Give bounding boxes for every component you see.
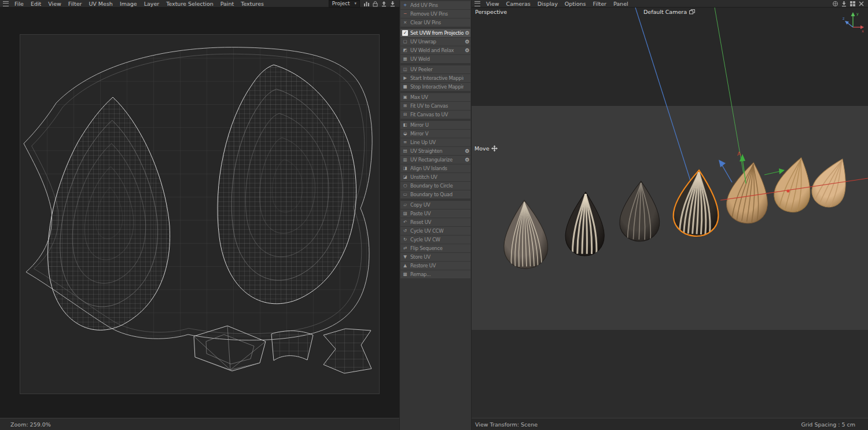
uv-command-uv-rectangularize[interactable]: ▥UV Rectangularize⚙	[400, 156, 470, 164]
gear-icon[interactable]: ⚙	[465, 157, 469, 163]
seed-4[interactable]	[672, 168, 721, 237]
grid-icon[interactable]	[849, 1, 856, 7]
uv-command-stop-interactive-mapping[interactable]: ■Stop Interactive Mapping	[400, 83, 470, 91]
uv-command-paste-uv[interactable]: ▨Paste UV	[400, 210, 470, 218]
menu-filter[interactable]: Filter	[65, 1, 86, 7]
seed-1[interactable]	[502, 200, 549, 270]
menu-uv-mesh[interactable]: UV Mesh	[85, 1, 116, 7]
lineup-icon: ≡	[402, 139, 408, 145]
uv-command-remap[interactable]: ▩Remap...	[400, 270, 470, 278]
uv-command-start-interactive-mapping[interactable]: ▶Start Interactive Mapping	[400, 74, 470, 82]
menu-textures[interactable]: Textures	[237, 1, 267, 7]
uv-command-remove-uv-pins[interactable]: −Remove UV Pins	[400, 10, 470, 18]
chevron-down-icon: ▾	[354, 1, 356, 6]
uv-command-uv-unwrap[interactable]: ▢UV Unwrap⚙	[400, 38, 470, 46]
uv-command-mirror-u[interactable]: ◧Mirror U	[400, 121, 470, 129]
uv-command-max-uv[interactable]: ▣Max UV	[400, 93, 470, 101]
vp-menu-display[interactable]: Display	[534, 1, 561, 7]
uv-command-cycle-uv-ccw[interactable]: ↺Cycle UV CCW	[400, 227, 470, 235]
reset-icon: ↶	[402, 219, 408, 225]
uv-command-uv-weld[interactable]: ▦UV Weld	[400, 55, 470, 63]
scene-canvas[interactable]: A	[472, 8, 868, 418]
uv-command-set-uvw-from-projection[interactable]: ✓Set UVW from Projection⚙	[400, 29, 470, 37]
panel-menu-icon[interactable]	[475, 1, 480, 6]
seed-3[interactable]	[619, 181, 661, 242]
panel-menu-icon[interactable]	[3, 1, 9, 6]
gear-icon[interactable]: ⚙	[465, 47, 469, 53]
histogram-icon[interactable]	[363, 1, 370, 7]
uv-command-boundary-to-circle[interactable]: ○Boundary to Circle	[400, 182, 470, 190]
vp-menu-filter[interactable]: Filter	[589, 1, 610, 7]
menu-paint[interactable]: Paint	[217, 1, 238, 7]
uv-canvas[interactable]	[0, 8, 399, 418]
uv-wireframe[interactable]	[20, 35, 379, 394]
menu-edit[interactable]: Edit	[27, 1, 45, 7]
gizmo-arrow-y2[interactable]	[779, 168, 785, 174]
uv-command-add-uv-pins[interactable]: +Add UV Pins	[400, 1, 470, 9]
viewport-statusbar: View Transform: Scene Grid Spacing : 5 c…	[472, 418, 868, 430]
orientation-gizmo[interactable]: y x z	[842, 10, 865, 33]
uv-command-uv-weld-and-relax[interactable]: ◩UV Weld and Relax⚙	[400, 46, 470, 54]
uv-command-cycle-uv-cw[interactable]: ↻Cycle UV CW	[400, 236, 470, 244]
uv-command-flip-sequence[interactable]: ⇄Flip Sequence	[400, 244, 470, 252]
uv-command-reset-uv[interactable]: ↶Reset UV	[400, 218, 470, 226]
uv-command-unstitch-uv[interactable]: ◪Unstitch UV	[400, 173, 470, 181]
uv-command-copy-uv[interactable]: ▱Copy UV	[400, 201, 470, 209]
uv-command-uv-peeler[interactable]: ◫UV Peeler	[400, 65, 470, 73]
download-icon[interactable]	[841, 1, 847, 7]
gear-icon[interactable]: ⚙	[465, 30, 469, 36]
flip-icon: ⇄	[402, 245, 408, 251]
menu-layer[interactable]: Layer	[141, 1, 163, 7]
uv-command-uv-straighten[interactable]: ▤UV Straighten⚙	[400, 147, 470, 155]
close-icon[interactable]	[858, 1, 865, 7]
checkbox-icon: ✓	[402, 30, 408, 36]
menu-file[interactable]: File	[11, 1, 27, 7]
uv-command-label: Flip Sequence	[410, 245, 464, 251]
vp-menu-panel[interactable]: Panel	[610, 1, 632, 7]
fit-canvas-icon: ⊟	[402, 112, 408, 117]
gizmo-handle-x[interactable]	[786, 189, 789, 192]
uv-command-label: Boundary to Quad	[410, 192, 464, 197]
gear-icon[interactable]: ⚙	[465, 39, 469, 45]
uv-command-fit-uv-to-canvas[interactable]: ⊞Fit UV to Canvas	[400, 102, 470, 110]
mirror-u-icon: ◧	[402, 122, 408, 128]
camera-link-icon[interactable]	[689, 9, 695, 14]
vp-menu-options[interactable]: Options	[561, 1, 590, 7]
uv-command-restore-uv[interactable]: ▲Restore UV	[400, 262, 470, 270]
project-dropdown[interactable]: Project ▾	[329, 0, 360, 8]
project-dropdown-label: Project	[332, 1, 350, 6]
uv-command-label: Fit UV to Canvas	[410, 103, 464, 109]
viewport-3d[interactable]: A Perspective Default Camera Move y x z	[472, 8, 868, 418]
seed-7[interactable]	[807, 152, 857, 212]
lock-icon[interactable]	[372, 1, 378, 7]
uv-command-clear-uv-pins[interactable]: ×Clear UV Pins	[400, 19, 470, 27]
vp-menu-view[interactable]: View	[483, 1, 503, 7]
seed-6[interactable]	[770, 153, 818, 216]
menu-view[interactable]: View	[45, 1, 65, 7]
uv-command-fit-canvas-to-uv[interactable]: ⊟Fit Canvas to UV	[400, 111, 470, 119]
uv-island-strip[interactable]	[271, 331, 313, 361]
remap-icon: ▩	[402, 271, 408, 277]
uv-command-line-up-uv[interactable]: ≡Line Up UV	[400, 138, 470, 146]
uv-command-label: Mirror U	[410, 122, 464, 128]
seed-5[interactable]	[724, 159, 774, 226]
uv-command-boundary-to-quad[interactable]: ▭Boundary to Quad	[400, 190, 470, 199]
axis-z-label: z	[843, 16, 845, 21]
download-icon[interactable]	[389, 1, 396, 7]
straighten-icon: ▤	[402, 148, 408, 154]
uv-command-label: Boundary to Circle	[410, 183, 464, 189]
menu-texture-selection[interactable]: Texture Selection	[163, 1, 217, 7]
render-icon[interactable]	[832, 1, 838, 7]
uv-island-chevron[interactable]	[323, 329, 372, 373]
seed-2[interactable]	[565, 192, 605, 256]
seed-models[interactable]	[502, 152, 858, 269]
uv-texture-tile[interactable]	[20, 35, 379, 394]
menu-image[interactable]: Image	[116, 1, 141, 7]
pin-add-icon: +	[402, 2, 408, 8]
gear-icon[interactable]: ⚙	[465, 148, 469, 154]
uv-command-align-uv-islands[interactable]: ◨Align UV Islands	[400, 164, 470, 172]
uv-command-mirror-v[interactable]: ◒Mirror V	[400, 130, 470, 138]
vp-menu-cameras[interactable]: Cameras	[503, 1, 534, 7]
uv-command-store-uv[interactable]: ▼Store UV	[400, 253, 470, 261]
upload-icon[interactable]	[381, 1, 387, 7]
